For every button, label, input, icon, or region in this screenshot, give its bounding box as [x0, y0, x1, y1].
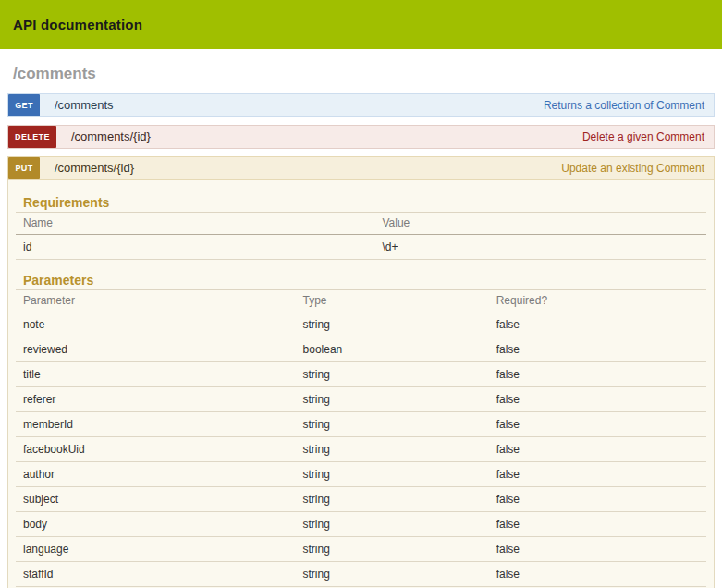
put-details-panel: Requirements Name Value id \d+ Parameter…	[7, 180, 715, 588]
parameter-row: facebookUid string false	[16, 437, 706, 462]
requirement-value-cell: \d+	[374, 235, 706, 260]
parameter-required-cell: false	[489, 537, 706, 562]
parameter-name-cell: referer	[16, 387, 296, 412]
parameters-table: Parameter Type Required? note string fal…	[16, 289, 706, 588]
parameter-required-cell: false	[489, 487, 706, 512]
parameter-type-cell: string	[296, 512, 489, 537]
parameter-row: title string false	[16, 362, 706, 387]
parameter-name-cell: reviewed	[16, 337, 296, 362]
parameter-name-cell: author	[16, 462, 296, 487]
parameter-row: note string false	[16, 312, 706, 337]
endpoint-path: /comments/{id}	[71, 126, 151, 148]
endpoint-description: Delete a given Comment	[582, 126, 714, 148]
parameter-required-cell: false	[489, 362, 706, 387]
parameter-row: staffId string false	[16, 562, 706, 587]
parameters-heading: Parameters	[23, 273, 706, 288]
parameter-type-cell: string	[296, 362, 489, 387]
parameter-type-cell: string	[296, 537, 489, 562]
parameter-required-cell: false	[489, 512, 706, 537]
endpoint-row-put[interactable]: PUT /comments/{id} Update an existing Co…	[7, 156, 715, 180]
parameter-required-cell: false	[489, 412, 706, 437]
section-title: /comments	[13, 65, 709, 83]
parameter-required-cell: false	[489, 312, 706, 337]
method-badge-delete: DELETE	[8, 126, 56, 148]
parameter-row: memberId string false	[16, 412, 706, 437]
requirement-name-cell: id	[16, 235, 374, 260]
parameter-row: reviewed boolean false	[16, 337, 706, 362]
main-content: /comments GET /comments Returns a collec…	[0, 65, 722, 588]
requirements-header-row: Name Value	[16, 213, 706, 235]
parameter-row: referer string false	[16, 387, 706, 412]
parameter-type-cell: string	[296, 412, 489, 437]
parameter-name-cell: memberId	[16, 412, 296, 437]
parameter-required-cell: false	[489, 387, 706, 412]
requirement-row: id \d+	[16, 235, 706, 260]
parameter-required-cell: false	[489, 437, 706, 462]
endpoint-description: Update an existing Comment	[561, 157, 714, 179]
column-header-name: Name	[16, 213, 374, 235]
column-header-type: Type	[296, 290, 489, 312]
parameter-row: author string false	[16, 462, 706, 487]
app-header: API documentation	[0, 0, 722, 49]
column-header-parameter: Parameter	[16, 290, 296, 312]
column-header-required: Required?	[489, 290, 706, 312]
parameter-name-cell: staffId	[16, 562, 296, 587]
endpoint-row-get[interactable]: GET /comments Returns a collection of Co…	[7, 93, 715, 117]
parameter-type-cell: string	[296, 487, 489, 512]
parameter-name-cell: note	[16, 312, 296, 337]
parameter-name-cell: title	[16, 362, 296, 387]
parameter-type-cell: string	[296, 562, 489, 587]
parameter-name-cell: subject	[16, 487, 296, 512]
parameter-name-cell: language	[16, 537, 296, 562]
parameter-type-cell: string	[296, 387, 489, 412]
parameters-header-row: Parameter Type Required?	[16, 290, 706, 312]
parameter-type-cell: string	[296, 437, 489, 462]
parameter-row: language string false	[16, 537, 706, 562]
parameter-type-cell: string	[296, 462, 489, 487]
parameter-name-cell: facebookUid	[16, 437, 296, 462]
requirements-table: Name Value id \d+	[16, 212, 706, 260]
method-badge-put: PUT	[8, 157, 40, 179]
endpoint-path: /comments/{id}	[55, 157, 134, 179]
endpoint-path: /comments	[55, 94, 114, 116]
parameter-row: subject string false	[16, 487, 706, 512]
parameter-required-cell: false	[489, 462, 706, 487]
parameter-name-cell: body	[16, 512, 296, 537]
parameter-required-cell: false	[489, 337, 706, 362]
endpoint-description: Returns a collection of Comment	[544, 94, 714, 116]
column-header-value: Value	[374, 213, 706, 235]
parameter-type-cell: string	[296, 312, 489, 337]
requirements-heading: Requirements	[23, 195, 706, 210]
parameter-required-cell: false	[489, 562, 706, 587]
method-badge-get: GET	[8, 94, 40, 116]
parameter-type-cell: boolean	[296, 337, 489, 362]
page-title: API documentation	[13, 17, 142, 32]
endpoint-row-delete[interactable]: DELETE /comments/{id} Delete a given Com…	[7, 125, 715, 149]
parameter-row: body string false	[16, 512, 706, 537]
